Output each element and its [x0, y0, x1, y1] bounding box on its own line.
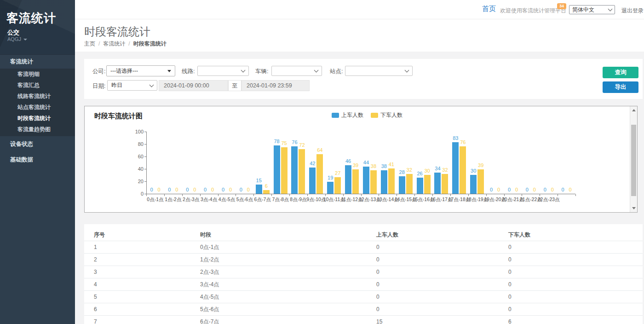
- scroll-down-icon[interactable]: [632, 207, 636, 209]
- bar-上车人数[interactable]: [291, 146, 298, 194]
- table-cell: 6点-7点: [200, 318, 376, 324]
- line-select[interactable]: [197, 66, 249, 76]
- sidebar-item[interactable]: 客流明细: [0, 69, 75, 80]
- date-range-select[interactable]: 昨日: [107, 80, 157, 91]
- bar-下车人数[interactable]: [352, 169, 359, 194]
- chevron-down-icon: [241, 68, 246, 73]
- bar-上车人数[interactable]: [470, 175, 477, 194]
- x-tick: [361, 194, 362, 196]
- bar-value-label: 0: [492, 187, 506, 192]
- export-button[interactable]: 导出: [603, 81, 638, 93]
- user-menu[interactable]: AQGJ: [7, 36, 27, 42]
- table-row: 10点-1点00: [84, 241, 643, 254]
- sidebar-section[interactable]: 设备状态: [0, 136, 75, 152]
- table-header: 序号 时段 上车人数 下车人数: [84, 229, 643, 241]
- scrollbar-thumb[interactable]: [631, 125, 636, 196]
- col-header-boarding: 上车人数: [376, 231, 508, 239]
- chart-panel: 时段车流统计图 上车人数下车人数 0204060801000点-1点1点-2点2…: [84, 106, 638, 213]
- bar-上车人数[interactable]: [452, 142, 459, 194]
- sidebar: 客流统计 公交 AQGJ 客流统计客流明细客流汇总线路客流统计站点客流统计时段客…: [0, 0, 75, 324]
- table-cell: 6: [94, 306, 200, 312]
- table-cell: 0: [508, 306, 643, 312]
- bar-下车人数[interactable]: [316, 154, 323, 194]
- user-name: AQGJ: [7, 36, 21, 42]
- x-tick: [522, 194, 522, 196]
- y-tick-label: 100: [131, 129, 144, 134]
- table-cell: 6: [508, 318, 643, 324]
- table-cell: 15: [376, 318, 508, 324]
- bar-value-label: 6: [259, 183, 273, 189]
- chevron-down-icon: [314, 68, 319, 73]
- notification-badge[interactable]: 34: [557, 3, 566, 9]
- sidebar-item[interactable]: 客流量趋势图: [0, 124, 75, 135]
- bar-value-label: 0: [188, 187, 201, 192]
- bar-上车人数[interactable]: [399, 176, 405, 194]
- sidebar-section[interactable]: 客流统计: [0, 54, 75, 69]
- y-tick-label: 80: [131, 141, 144, 147]
- company-select[interactable]: ---请选择---: [106, 65, 175, 76]
- y-tick: [144, 144, 146, 145]
- table-cell: 0: [376, 256, 508, 263]
- y-tick: [144, 132, 146, 132]
- bar-value-label: 75: [277, 140, 291, 146]
- sidebar-item[interactable]: 客流汇总: [0, 80, 75, 91]
- x-tick: [271, 194, 272, 196]
- table-row: 65点-6点00: [84, 303, 643, 316]
- company-label: 公司:: [92, 68, 105, 75]
- bar-value-label: 15: [252, 178, 266, 183]
- vehicle-select[interactable]: [271, 66, 322, 76]
- sidebar-item[interactable]: 时段客流统计: [0, 113, 75, 124]
- bar-下车人数[interactable]: [370, 170, 377, 194]
- bar-下车人数[interactable]: [442, 174, 448, 194]
- bar-下车人数[interactable]: [299, 149, 305, 194]
- bar-value-label: 0: [170, 187, 184, 192]
- bar-value-label: 30: [420, 168, 434, 174]
- bar-下车人数[interactable]: [263, 190, 270, 194]
- bar-下车人数[interactable]: [460, 146, 466, 194]
- chart-scrollbar[interactable]: [630, 106, 637, 212]
- bar-上车人数[interactable]: [345, 165, 351, 194]
- bar-value-label: 39: [474, 162, 488, 168]
- table-cell: 4: [94, 281, 200, 288]
- query-button[interactable]: 查询: [603, 67, 638, 78]
- bar-下车人数[interactable]: [388, 168, 395, 194]
- chevron-down-icon: [405, 68, 409, 73]
- bar-value-label: 39: [349, 162, 362, 168]
- x-tick: [540, 194, 540, 196]
- sidebar-item[interactable]: 站点客流统计: [0, 102, 75, 113]
- table-cell: 7: [94, 318, 200, 324]
- bar-上车人数[interactable]: [327, 182, 334, 194]
- bar-上车人数[interactable]: [434, 173, 441, 194]
- sidebar-section[interactable]: 基础数据: [0, 152, 75, 168]
- bar-下车人数[interactable]: [406, 174, 413, 194]
- bar-下车人数[interactable]: [477, 169, 484, 194]
- bar-上车人数[interactable]: [274, 145, 280, 194]
- bar-下车人数[interactable]: [334, 177, 341, 194]
- bar-上车人数[interactable]: [363, 167, 369, 194]
- sidebar-item[interactable]: 线路客流统计: [0, 91, 75, 102]
- breadcrumb-home[interactable]: 主页: [84, 40, 95, 47]
- col-header-alighting: 下车人数: [508, 231, 643, 239]
- bar-value-label: 0: [564, 187, 577, 192]
- logout-link[interactable]: 退出登录: [621, 7, 644, 15]
- bar-value-label: 27: [331, 170, 345, 176]
- table-cell: 5点-6点: [200, 306, 376, 313]
- table-cell: 0点-1点: [200, 243, 376, 251]
- table-cell: 0: [508, 244, 643, 250]
- bar-下车人数[interactable]: [281, 147, 288, 194]
- breadcrumb-parent[interactable]: 客流统计: [103, 40, 125, 47]
- date-range-value: 昨日: [111, 81, 122, 89]
- language-select[interactable]: 简体中文: [569, 5, 615, 14]
- bar-下车人数[interactable]: [424, 175, 431, 194]
- station-select[interactable]: [345, 66, 413, 76]
- end-date-input[interactable]: 2024-01-09 23:59: [242, 80, 310, 91]
- language-value: 简体中文: [572, 6, 594, 14]
- scroll-up-icon[interactable]: [632, 109, 636, 111]
- bar-上车人数[interactable]: [417, 178, 423, 194]
- bar-上车人数[interactable]: [309, 168, 316, 194]
- start-date-input[interactable]: 2024-01-09 00:00: [159, 80, 228, 91]
- home-link[interactable]: 首页: [482, 5, 496, 13]
- col-header-index: 序号: [94, 231, 200, 239]
- bar-上车人数[interactable]: [381, 170, 387, 194]
- table-panel: 序号 时段 上车人数 下车人数 10点-1点0021点-2点0032点-3点00…: [84, 224, 643, 324]
